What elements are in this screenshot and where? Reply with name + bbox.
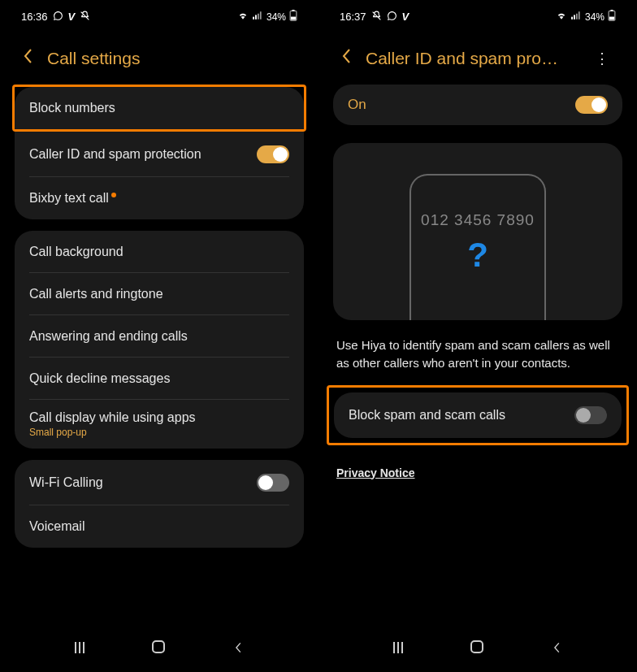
battery-icon — [608, 10, 616, 24]
call-display-sub: Small pop-up — [29, 427, 289, 438]
row-call-display[interactable]: Call display while using apps Small pop-… — [15, 400, 304, 449]
whatsapp-icon — [387, 11, 397, 24]
highlight-block-numbers: Block numbers — [12, 85, 306, 132]
phone-illustration: 012 3456 7890 ? — [333, 143, 622, 320]
recents-icon[interactable] — [75, 640, 84, 657]
mute-icon — [80, 11, 90, 24]
back-nav-icon[interactable] — [232, 640, 244, 657]
wifi-calling-label: Wi-Fi Calling — [29, 475, 257, 490]
signal-icon — [252, 10, 263, 24]
back-nav-icon[interactable] — [551, 640, 562, 657]
svg-rect-2 — [291, 17, 296, 20]
wifi-icon — [556, 10, 567, 24]
row-bixby[interactable]: Bixby text call — [15, 177, 304, 219]
row-answering[interactable]: Answering and ending calls — [15, 315, 304, 358]
wifi-icon — [237, 10, 249, 24]
nav-bar — [0, 640, 318, 657]
sample-number: 012 3456 7890 — [411, 211, 544, 229]
privacy-notice-link[interactable]: Privacy Notice — [333, 466, 418, 479]
mute-icon — [371, 11, 382, 24]
caller-id-toggle[interactable] — [257, 145, 289, 163]
battery-text: 34% — [585, 11, 604, 23]
page-title: Call settings — [47, 49, 296, 68]
more-icon[interactable]: ⋮ — [590, 50, 614, 67]
wifi-calling-toggle[interactable] — [257, 474, 289, 492]
answering-label: Answering and ending calls — [29, 329, 289, 344]
highlight-block-spam: Block spam and scam calls — [327, 385, 629, 445]
description-text: Use Hiya to identify spam and scam calle… — [333, 336, 622, 372]
header: Caller ID and spam pro… ⋮ — [333, 30, 622, 85]
back-icon[interactable] — [341, 48, 351, 68]
back-icon[interactable] — [23, 48, 32, 68]
battery-text: 34% — [266, 11, 286, 23]
block-spam-label: Block spam and scam calls — [349, 408, 574, 423]
row-caller-id[interactable]: Caller ID and spam protection — [15, 132, 304, 177]
signal-icon — [570, 10, 582, 24]
block-numbers-label: Block numbers — [29, 101, 289, 115]
row-voicemail[interactable]: Voicemail — [15, 505, 304, 548]
phone-left: 16:36 V 34% Call settings — [0, 0, 318, 672]
page-title: Caller ID and spam pro… — [366, 49, 575, 68]
on-toggle[interactable] — [575, 96, 608, 114]
block-spam-toggle[interactable] — [574, 406, 607, 424]
status-bar: 16:37 V 34% — [333, 0, 622, 30]
nav-bar — [318, 640, 637, 657]
caller-id-label: Caller ID and spam protection — [29, 147, 257, 162]
header: Call settings — [15, 30, 304, 85]
group-wifi-voicemail: Wi-Fi Calling Voicemail — [15, 460, 304, 548]
call-background-label: Call background — [29, 245, 289, 259]
svg-rect-4 — [610, 10, 613, 11]
question-mark-icon: ? — [411, 236, 544, 275]
status-icon-v: V — [402, 11, 410, 23]
status-time: 16:36 — [21, 11, 48, 23]
row-quick-decline[interactable]: Quick decline messages — [15, 358, 304, 400]
call-alerts-label: Call alerts and ringtone — [29, 287, 289, 301]
on-toggle-row[interactable]: On — [333, 85, 622, 125]
status-icon-v: V — [68, 11, 76, 23]
row-block-spam[interactable]: Block spam and scam calls — [334, 392, 622, 438]
svg-rect-5 — [609, 17, 614, 20]
status-time: 16:37 — [340, 11, 366, 23]
svg-rect-1 — [292, 10, 294, 11]
phone-right: 16:37 V 34% Caller ID and spam — [318, 0, 637, 672]
recents-icon[interactable] — [393, 640, 403, 657]
bixby-label: Bixby text call — [29, 191, 289, 206]
battery-icon — [289, 10, 297, 24]
voicemail-label: Voicemail — [29, 519, 289, 534]
whatsapp-icon — [53, 11, 63, 24]
row-wifi-calling[interactable]: Wi-Fi Calling — [15, 460, 304, 505]
status-bar: 16:36 V 34% — [15, 0, 304, 30]
quick-decline-label: Quick decline messages — [29, 371, 289, 386]
call-display-label: Call display while using apps Small pop-… — [29, 410, 289, 438]
on-label: On — [348, 97, 575, 113]
new-dot-icon — [111, 193, 116, 197]
row-call-background[interactable]: Call background — [15, 231, 304, 273]
row-block-numbers[interactable]: Block numbers — [15, 87, 304, 129]
home-icon[interactable] — [152, 640, 165, 657]
group-call-options: Call background Call alerts and ringtone… — [15, 231, 304, 449]
phone-shape: 012 3456 7890 ? — [410, 174, 546, 320]
row-call-alerts[interactable]: Call alerts and ringtone — [15, 273, 304, 315]
home-icon[interactable] — [470, 640, 483, 657]
